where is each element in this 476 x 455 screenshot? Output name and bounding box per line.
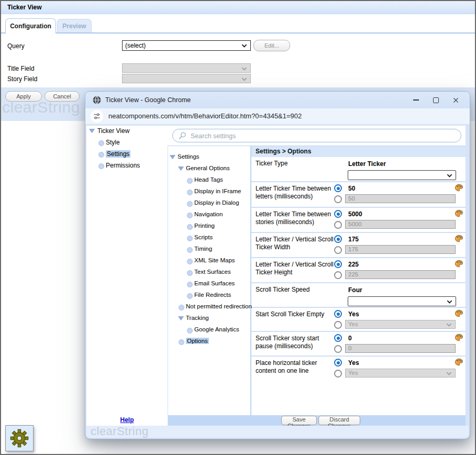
palette-icon[interactable]: [455, 184, 463, 192]
option-row-ticker-type: Ticker Type Letter Ticker: [251, 157, 466, 181]
default-radio[interactable]: [334, 210, 342, 218]
head-tags-node[interactable]: Head Tags: [168, 175, 250, 186]
override-select-value: Yes: [348, 321, 358, 327]
option-current-value: 225: [348, 261, 359, 268]
chevron-down-icon: [447, 174, 452, 177]
gear-icon: [10, 429, 29, 448]
tab-configuration[interactable]: Configuration: [5, 18, 56, 34]
option-label: Ticker Type: [256, 160, 336, 168]
override-radio[interactable]: [334, 271, 342, 279]
tree-item-label: Settings: [178, 153, 200, 160]
query-select[interactable]: (select): [122, 40, 251, 51]
text-surfaces-node[interactable]: Text Surfaces: [168, 267, 250, 279]
option-row-horizontal-one-line: Place horizontal ticker content on one l…: [251, 357, 466, 380]
tree-item-label: Not permitted redirection: [186, 303, 252, 309]
option-current-value: 175: [348, 236, 359, 243]
palette-icon[interactable]: [455, 358, 463, 366]
override-radio[interactable]: [334, 246, 342, 254]
bullet-icon: [187, 201, 193, 207]
override-input: 50: [345, 194, 456, 203]
xml-site-maps-node[interactable]: XML Site Maps: [168, 256, 250, 267]
tree-item-settings[interactable]: Settings: [86, 149, 168, 160]
display-in-dialog-node[interactable]: Display in Dialog: [168, 198, 250, 209]
tune-icon[interactable]: [91, 110, 103, 123]
ticker-type-select[interactable]: [348, 170, 456, 180]
browser-window-title: Ticker View - Google Chrome: [105, 92, 191, 108]
maximize-icon[interactable]: [426, 92, 446, 108]
google-analytics-node[interactable]: Google Analytics: [168, 325, 250, 336]
override-radio[interactable]: [334, 370, 342, 378]
search-settings-box[interactable]: [172, 129, 461, 142]
timing-node[interactable]: Timing: [168, 244, 250, 256]
option-row-start-scroll-empty: Start Scroll Ticker Empty Yes Yes: [251, 308, 466, 331]
palette-icon[interactable]: [455, 309, 463, 317]
bullet-icon: [179, 305, 184, 310]
minimize-icon[interactable]: [406, 92, 426, 108]
triangle-down-icon[interactable]: [170, 155, 175, 159]
bullet-icon: [187, 190, 193, 195]
option-current-value: Yes: [348, 359, 359, 367]
option-label: Scroll Ticker story start pause (millise…: [256, 335, 336, 350]
clearstring-watermark: clearString: [91, 425, 149, 438]
override-radio[interactable]: [334, 195, 342, 203]
bullet-icon: [98, 163, 104, 169]
triangle-down-icon[interactable]: [178, 316, 184, 320]
tree-item-ticker-view[interactable]: Ticker View: [86, 126, 168, 137]
tab-preview[interactable]: Preview: [57, 19, 92, 32]
tracking-node[interactable]: Tracking: [168, 313, 250, 325]
option-row-ticker-height: Letter Ticker / Vertical Scroll Ticker H…: [251, 258, 466, 282]
tree-item-permissions[interactable]: Permissions: [86, 160, 168, 172]
default-radio[interactable]: [334, 359, 342, 367]
general-options-node[interactable]: General Options: [168, 163, 250, 175]
close-icon[interactable]: [446, 92, 466, 108]
browser-address-bar[interactable]: neatcomponents.com/v/htm/BehaviorEditor.…: [85, 108, 470, 124]
bullet-icon: [187, 178, 193, 184]
palette-icon[interactable]: [455, 334, 463, 341]
browser-titlebar[interactable]: Ticker View - Google Chrome: [85, 92, 470, 108]
scroll-speed-select[interactable]: [348, 296, 456, 306]
override-select: Yes: [345, 320, 456, 329]
option-row-time-between-stories: Letter Ticker Time between stories (mill…: [251, 208, 466, 232]
story-field-label: Story Field: [7, 75, 37, 83]
palette-icon[interactable]: [455, 209, 463, 217]
save-changes-button[interactable]: Save Changes: [281, 416, 317, 425]
default-radio[interactable]: [334, 235, 342, 243]
email-surfaces-node[interactable]: Email Surfaces: [168, 279, 250, 290]
override-radio[interactable]: [334, 221, 342, 229]
palette-icon[interactable]: [455, 235, 463, 242]
discard-changes-button[interactable]: Discard Changes: [318, 416, 360, 425]
options-node[interactable]: Options: [168, 336, 250, 348]
tree-item-label: Options: [186, 338, 209, 344]
triangle-down-icon[interactable]: [89, 129, 95, 133]
settings-tree: Settings General Options Head Tags Displ…: [168, 146, 250, 415]
clearstring-watermark: clearString: [2, 98, 80, 116]
help-link[interactable]: Help: [120, 416, 134, 424]
scripts-node[interactable]: Scripts: [168, 232, 250, 244]
triangle-down-icon[interactable]: [178, 167, 184, 171]
tree-item-label: XML Site Maps: [194, 257, 235, 263]
tree-item-label: Head Tags: [194, 176, 223, 183]
override-radio[interactable]: [334, 321, 342, 329]
default-radio[interactable]: [334, 334, 342, 342]
not-permitted-redirection-node[interactable]: Not permitted redirection: [168, 302, 250, 313]
option-label: Letter Ticker Time between letters (mill…: [256, 185, 336, 201]
printing-node[interactable]: Printing: [168, 221, 250, 232]
edit-button[interactable]: Edit...: [253, 40, 290, 51]
default-radio[interactable]: [334, 310, 342, 318]
default-radio[interactable]: [334, 260, 342, 268]
override-input: 225: [345, 270, 456, 279]
tree-item-style[interactable]: Style: [86, 137, 168, 149]
file-redirects-node[interactable]: File Redirects: [168, 290, 250, 302]
tree-item-label: Style: [106, 139, 120, 146]
settings-node[interactable]: Settings: [168, 152, 250, 163]
option-label: Start Scroll Ticker Empty: [256, 310, 336, 318]
palette-icon[interactable]: [455, 260, 463, 268]
override-radio[interactable]: [334, 345, 342, 353]
navigation-node[interactable]: Navigation: [168, 209, 250, 221]
display-in-iframe-node[interactable]: Display in IFrame: [168, 186, 250, 198]
default-radio[interactable]: [334, 184, 342, 192]
settings-gear-button[interactable]: [5, 425, 34, 451]
search-settings-input[interactable]: [190, 130, 443, 142]
chevron-down-icon: [241, 77, 247, 81]
title-field-select: [122, 63, 251, 73]
